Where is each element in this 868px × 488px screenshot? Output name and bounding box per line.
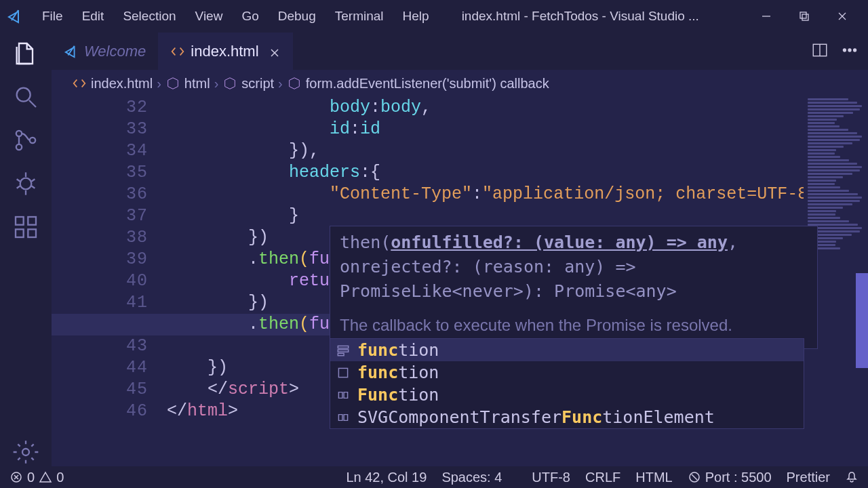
autocomplete-item[interactable]: Function <box>330 384 804 406</box>
maximize-button[interactable] <box>785 0 823 33</box>
status-prettier[interactable]: Prettier <box>787 470 830 485</box>
line-number: 38 <box>52 227 148 249</box>
breadcrumb-item[interactable]: form.addEventListener('submit') callback <box>306 76 549 92</box>
breadcrumb[interactable]: index.html › html › script › form.addEve… <box>52 70 868 97</box>
menu-bar: File Edit Selection View Go Debug Termin… <box>33 5 439 28</box>
autocomplete-item[interactable]: SVGComponentTransferFunctionElement <box>330 406 804 428</box>
warning-icon <box>39 470 52 484</box>
menu-view[interactable]: View <box>186 5 233 28</box>
menu-go[interactable]: Go <box>232 5 268 28</box>
svg-line-15 <box>17 186 20 188</box>
svg-point-7 <box>16 131 22 136</box>
status-notifications[interactable] <box>845 470 859 484</box>
line-number: 43 <box>52 336 148 357</box>
status-encoding[interactable]: UTF-8 <box>532 470 570 485</box>
svg-rect-2 <box>802 14 808 20</box>
symbol-icon <box>165 76 180 91</box>
signature-text: then(onfulfilled?: (value: any) => any, … <box>340 230 808 304</box>
svg-line-6 <box>29 100 36 107</box>
bell-icon <box>845 470 859 484</box>
svg-point-21 <box>22 449 29 455</box>
menu-terminal[interactable]: Terminal <box>326 5 393 28</box>
svg-rect-31 <box>338 353 344 355</box>
code-line[interactable]: "Content-Type":"application/json; charse… <box>167 184 868 205</box>
split-editor-icon[interactable] <box>811 41 829 61</box>
svg-point-26 <box>843 49 846 52</box>
breadcrumb-item[interactable]: script <box>241 76 274 92</box>
window-controls <box>747 0 861 33</box>
activity-bar <box>0 33 52 466</box>
source-control-icon[interactable] <box>12 126 40 155</box>
debug-icon[interactable] <box>12 169 40 198</box>
tab-label: index.html <box>191 43 258 60</box>
tab-welcome[interactable]: Welcome <box>52 33 158 70</box>
autocomplete-popup[interactable]: functionfunctionFunctionSVGComponentTran… <box>330 338 804 429</box>
code-line[interactable]: headers:{ <box>167 162 868 184</box>
autocomplete-label: function <box>357 362 439 384</box>
autocomplete-item[interactable]: function <box>330 339 804 361</box>
signature-help-tooltip: then(onfulfilled?: (value: any) => any, … <box>330 226 818 349</box>
line-number: 45 <box>52 379 148 401</box>
tab-index-html[interactable]: index.html <box>158 33 292 70</box>
status-cursor[interactable]: Ln 42, Col 19 <box>346 470 427 485</box>
svg-rect-32 <box>338 368 347 377</box>
chevron-right-icon: › <box>214 76 219 92</box>
error-icon <box>9 470 23 484</box>
svg-rect-20 <box>28 217 36 225</box>
close-icon[interactable] <box>269 45 281 58</box>
autocomplete-label: SVGComponentTransferFunctionElement <box>357 407 715 428</box>
html-file-icon <box>170 44 185 59</box>
chevron-right-icon: › <box>157 76 161 92</box>
svg-point-27 <box>848 49 851 52</box>
close-button[interactable] <box>823 0 861 33</box>
minimap-viewport[interactable] <box>856 273 868 368</box>
extensions-icon[interactable] <box>12 213 40 241</box>
line-number: 35 <box>52 162 148 184</box>
menu-selection[interactable]: Selection <box>113 5 185 28</box>
svg-rect-29 <box>338 346 348 348</box>
window-title: index.html - FetchTodos - Visual Studio … <box>439 9 747 24</box>
svg-rect-19 <box>28 229 36 237</box>
breadcrumb-item[interactable]: html <box>184 76 210 92</box>
menu-help[interactable]: Help <box>393 5 439 28</box>
tab-label: Welcome <box>84 43 146 60</box>
keyword-icon <box>336 365 351 380</box>
line-number-gutter: 323334353637383940414243444546 <box>52 97 160 422</box>
breadcrumb-item[interactable]: index.html <box>91 76 153 92</box>
line-number: 36 <box>52 184 148 205</box>
svg-rect-17 <box>16 217 24 225</box>
code-line[interactable]: }), <box>167 140 868 162</box>
snippet-icon <box>336 343 351 358</box>
interface-icon <box>336 388 351 403</box>
svg-line-16 <box>31 186 35 188</box>
search-icon[interactable] <box>12 83 40 111</box>
menu-debug[interactable]: Debug <box>269 5 326 28</box>
svg-point-28 <box>854 49 856 52</box>
minimize-button[interactable] <box>747 0 785 33</box>
status-language[interactable]: HTML <box>635 470 672 485</box>
svg-line-13 <box>17 179 20 181</box>
autocomplete-label: Function <box>357 384 439 406</box>
symbol-icon <box>222 76 237 91</box>
code-line[interactable]: } <box>167 205 868 227</box>
status-live-server[interactable]: Port : 5500 <box>688 470 772 485</box>
settings-gear-icon[interactable] <box>12 438 40 466</box>
signature-description: The callback to execute when the Promise… <box>340 313 808 338</box>
status-problems[interactable]: 0 0 <box>9 470 64 485</box>
tab-bar: Welcome index.html <box>52 33 868 70</box>
explorer-icon[interactable] <box>12 39 40 68</box>
chevron-right-icon: › <box>278 76 283 92</box>
status-indent[interactable]: Spaces: 4 <box>441 470 502 485</box>
line-number: 37 <box>52 205 148 227</box>
code-line[interactable]: id:id <box>167 119 868 140</box>
code-editor[interactable]: 323334353637383940414243444546 body:body… <box>52 97 868 466</box>
line-number: 33 <box>52 119 148 140</box>
autocomplete-item[interactable]: function <box>330 361 804 384</box>
status-eol[interactable]: CRLF <box>585 470 620 485</box>
menu-file[interactable]: File <box>33 5 73 28</box>
autocomplete-label: function <box>357 340 439 361</box>
code-line[interactable]: body:body, <box>167 97 868 119</box>
svg-point-10 <box>20 178 32 190</box>
more-actions-icon[interactable] <box>841 41 859 61</box>
menu-edit[interactable]: Edit <box>73 5 114 28</box>
